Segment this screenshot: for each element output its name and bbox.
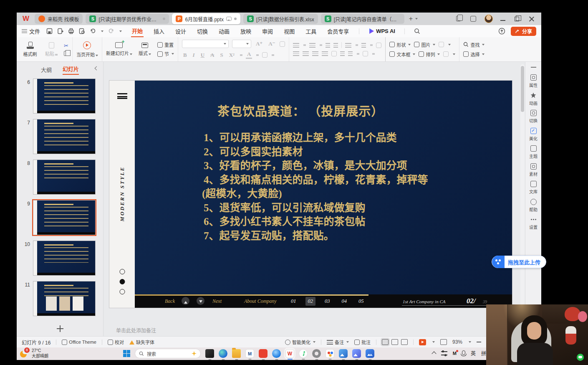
italic-button[interactable]: I	[192, 52, 196, 58]
paste-button[interactable]: 粘贴	[43, 42, 60, 57]
reset-button[interactable]: 重置	[157, 41, 174, 48]
tray-expand-icon[interactable]	[432, 351, 436, 356]
tray-toggles-icon[interactable]	[441, 351, 447, 355]
account-avatar[interactable]	[485, 15, 493, 23]
microphone-icon[interactable]	[462, 350, 465, 355]
textbox-button[interactable]: 文本框	[389, 51, 415, 58]
collapse-sidebar-icon[interactable]	[531, 67, 536, 68]
notes-button[interactable]: 备注	[327, 339, 349, 345]
canvas-scrollbar[interactable]	[520, 64, 525, 307]
wps-logo-icon[interactable]: W	[20, 15, 32, 23]
tab-checklist-sheet[interactable]: S [只读]笔记内容自查清单（学员自用）	[321, 14, 404, 24]
thumbnail-row[interactable]: 9	[22, 200, 103, 235]
arrange-button[interactable]: 排列	[419, 51, 440, 58]
sidebar-item-library[interactable]: 文库	[529, 181, 538, 195]
align-objects-icon[interactable]	[363, 51, 368, 56]
redo-icon[interactable]	[108, 28, 114, 35]
align-left-icon[interactable]	[293, 51, 299, 56]
photos-app[interactable]	[339, 349, 348, 358]
start-button[interactable]	[123, 350, 130, 357]
align-center-icon[interactable]	[303, 51, 309, 56]
play-from-current-button[interactable]: 当页开始	[76, 41, 98, 58]
tab-tools[interactable]: 工具	[305, 25, 317, 37]
taskbar-search[interactable]: 搜索	[135, 349, 201, 358]
undo-icon[interactable]	[89, 28, 96, 35]
ime-pinyin-indicator[interactable]: 拼	[481, 350, 486, 357]
weather-widget[interactable]: 8 27°C大部晴朗	[20, 348, 48, 359]
new-slide-button[interactable]: 新建幻灯片	[106, 42, 132, 56]
tab-design[interactable]: 设计	[174, 25, 187, 37]
slide-sorter-icon[interactable]	[391, 339, 398, 345]
thumbnail-row[interactable]: 6	[22, 79, 103, 114]
tab-slideshow[interactable]: 放映	[240, 25, 252, 37]
increase-font-icon[interactable]: A⁺	[255, 41, 264, 47]
zoom-out-button[interactable]	[477, 342, 481, 342]
cloud-upload-icon[interactable]	[498, 28, 505, 35]
tab-outline[interactable]: 大纲	[41, 66, 52, 74]
copy-icon[interactable]	[64, 51, 68, 56]
comments-button[interactable]: 批注	[354, 339, 371, 345]
justify-icon[interactable]	[322, 51, 328, 56]
close-button[interactable]	[529, 16, 535, 22]
tab-transition[interactable]: 切换	[196, 25, 209, 37]
output-icon[interactable]	[57, 28, 63, 35]
blue-doc-app[interactable]	[352, 349, 361, 358]
red-app[interactable]	[259, 349, 268, 358]
tab-data-sheet[interactable]: S [只读]数据分析指引表.xlsx	[243, 14, 318, 24]
task-view-app[interactable]	[205, 349, 214, 358]
print-icon[interactable]	[68, 28, 74, 35]
wps-office-app[interactable]: W	[285, 349, 294, 358]
m-doc-app[interactable]: M	[245, 349, 254, 358]
tray-m-app-icon[interactable]: M	[453, 351, 457, 356]
add-slide-button[interactable]	[56, 324, 64, 333]
normal-view-icon[interactable]	[382, 339, 389, 345]
tab-homework-sheet[interactable]: S [只读]往期学员优秀作业参考（	[86, 14, 169, 24]
decrease-indent-icon[interactable]	[326, 43, 330, 48]
thumbnail-row[interactable]: 8	[22, 160, 103, 195]
text-direction-icon[interactable]	[361, 43, 366, 48]
smartart-icon[interactable]	[443, 51, 449, 57]
chevron-down-icon[interactable]	[119, 30, 122, 32]
thumbnail-row[interactable]: 10	[22, 241, 103, 276]
tab-member[interactable]: 会员专享	[326, 25, 350, 37]
missing-font-warning[interactable]: 缺失字体	[129, 339, 154, 345]
columns-icon[interactable]	[345, 43, 351, 48]
find-button[interactable]: 查找	[463, 41, 485, 48]
slide-thumbnail-8[interactable]	[33, 160, 96, 195]
sidebar-item-settings[interactable]: 设置	[529, 216, 538, 230]
file-menu[interactable]: 文件	[22, 27, 40, 35]
ime-language-indicator[interactable]: 英	[471, 350, 476, 357]
thumbnail-row[interactable]: 7	[22, 119, 103, 154]
tab-insert[interactable]: 插入	[153, 25, 165, 37]
tab-home[interactable]: 开始	[131, 25, 144, 37]
picture-button[interactable]: 图片	[414, 41, 435, 48]
shadow-button[interactable]: S	[219, 52, 224, 58]
bullet-list-icon[interactable]	[293, 43, 299, 48]
slide-thumbnail-11[interactable]	[33, 281, 96, 316]
media-icon[interactable]	[439, 42, 444, 47]
bold-button[interactable]: B	[182, 52, 188, 58]
sidebar-item-help[interactable]: 帮助	[529, 199, 538, 213]
tab-view[interactable]: 视图	[283, 25, 295, 37]
format-painter-button[interactable]: 格式刷	[21, 42, 39, 57]
distribute-icon[interactable]	[331, 51, 337, 56]
align-right-icon[interactable]	[312, 51, 318, 56]
new-tab-button[interactable]: +	[407, 15, 419, 23]
scrollbar-thumb[interactable]	[521, 66, 524, 112]
sidebar-item-animation[interactable]: 动画	[529, 92, 538, 106]
underline-button[interactable]: U	[199, 52, 206, 58]
font-size-select[interactable]	[232, 40, 251, 48]
share-button[interactable]: 分享	[511, 27, 536, 36]
edge-browser-app[interactable]	[219, 349, 227, 358]
minimize-button[interactable]	[500, 16, 507, 22]
collapse-panel-icon[interactable]	[95, 66, 99, 71]
notes-placeholder[interactable]: 单击此处添加备注	[116, 327, 156, 334]
qq-music-app[interactable]	[299, 349, 308, 358]
file-explorer-app[interactable]	[232, 349, 241, 358]
integration-cube-icon[interactable]	[470, 16, 476, 22]
save-icon[interactable]	[46, 28, 53, 35]
decrease-font-icon[interactable]: A⁻	[267, 41, 276, 47]
settings-app[interactable]	[312, 349, 321, 358]
numbered-list-icon[interactable]	[309, 43, 315, 48]
app-store-app[interactable]	[366, 349, 374, 358]
